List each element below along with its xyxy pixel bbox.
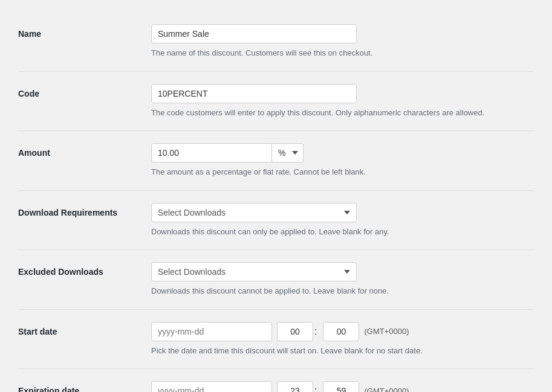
start-minute-input[interactable] (323, 322, 359, 341)
start-timezone-label: (GMT+0000) (364, 327, 409, 336)
name-label: Name (18, 24, 151, 39)
excluded-downloads-description: Downloads this discount cannot be applie… (151, 285, 526, 297)
code-input[interactable] (151, 84, 357, 103)
amount-value-input[interactable] (151, 143, 272, 162)
download-requirements-select[interactable]: Select Downloads (151, 203, 357, 222)
start-time-separator: : (314, 326, 317, 337)
download-requirements-label: Download Requirements (18, 203, 151, 217)
start-date-inputs: : (GMT+0000) (151, 322, 534, 341)
code-field: The code customers will enter to apply t… (151, 84, 534, 119)
expiration-date-inputs: : (GMT+0000) (151, 381, 534, 392)
amount-type-select[interactable]: % $ (272, 143, 304, 162)
expiration-minute-input[interactable] (323, 381, 359, 392)
download-requirements-field: Select Downloads Downloads this discount… (151, 203, 534, 238)
expiration-date-input[interactable] (151, 381, 272, 392)
name-field: The name of this discount. Customers wil… (151, 24, 534, 59)
excluded-downloads-label: Excluded Downloads (18, 262, 151, 277)
code-description: The code customers will enter to apply t… (151, 107, 526, 119)
expiration-date-row: Expiration date : (GMT+0000) (18, 369, 534, 392)
expiration-timezone-label: (GMT+0000) (364, 387, 409, 393)
amount-row: Amount % $ The amount as a percentage or… (18, 131, 534, 191)
start-date-field: : (GMT+0000) Pick the date and time this… (151, 322, 534, 357)
excluded-downloads-select[interactable]: Select Downloads (151, 262, 357, 281)
name-description: The name of this discount. Customers wil… (151, 47, 526, 59)
discount-form: Name The name of this discount. Customer… (0, 0, 552, 392)
code-row: Code The code customers will enter to ap… (18, 72, 534, 132)
expiration-time-separator: : (314, 385, 317, 392)
amount-field: % $ The amount as a percentage or flat r… (151, 143, 534, 178)
expiration-date-field: : (GMT+0000) (151, 381, 534, 392)
excluded-downloads-field: Select Downloads Downloads this discount… (151, 262, 534, 297)
start-date-input[interactable] (151, 322, 272, 341)
name-row: Name The name of this discount. Customer… (18, 12, 534, 72)
expiration-date-label: Expiration date (18, 381, 151, 392)
excluded-downloads-row: Excluded Downloads Select Downloads Down… (18, 250, 534, 310)
name-input[interactable] (151, 24, 357, 43)
amount-description: The amount as a percentage or flat rate.… (151, 166, 526, 178)
start-date-label: Start date (18, 322, 151, 336)
start-date-row: Start date : (GMT+0000) Pick the date an… (18, 310, 534, 370)
code-label: Code (18, 84, 151, 98)
download-requirements-row: Download Requirements Select Downloads D… (18, 191, 534, 251)
start-date-description: Pick the date and time this discount wil… (151, 345, 526, 357)
amount-inputs: % $ (151, 143, 534, 162)
amount-label: Amount (18, 143, 151, 158)
start-hour-input[interactable] (277, 322, 313, 341)
expiration-hour-input[interactable] (277, 381, 313, 392)
download-requirements-description: Downloads this discount can only be appl… (151, 226, 526, 238)
